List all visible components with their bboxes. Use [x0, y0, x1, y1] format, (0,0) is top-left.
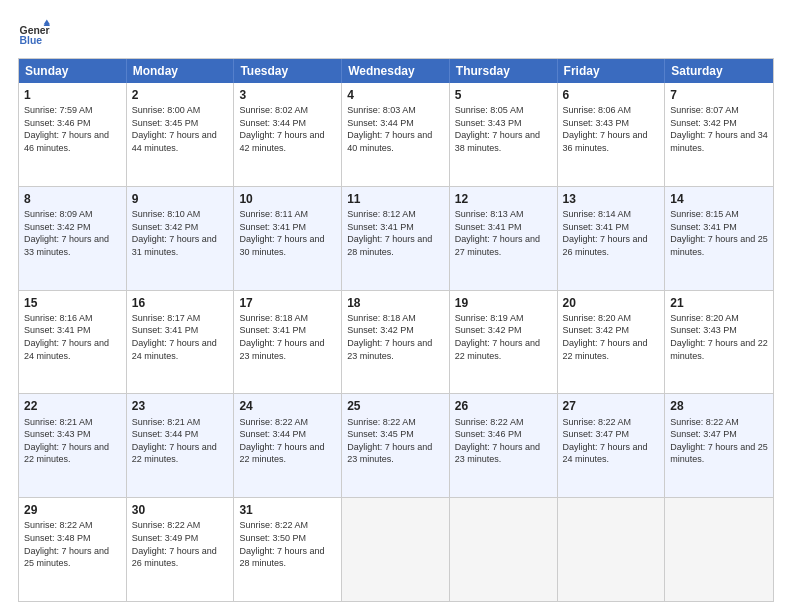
day-number: 19	[455, 295, 552, 311]
day-info: Sunrise: 8:11 AMSunset: 3:41 PMDaylight:…	[239, 208, 336, 258]
day-info: Sunrise: 8:21 AMSunset: 3:43 PMDaylight:…	[24, 416, 121, 466]
day-info: Sunrise: 8:22 AMSunset: 3:44 PMDaylight:…	[239, 416, 336, 466]
day-info: Sunrise: 8:13 AMSunset: 3:41 PMDaylight:…	[455, 208, 552, 258]
calendar-day-11: 11Sunrise: 8:12 AMSunset: 3:41 PMDayligh…	[342, 187, 450, 290]
calendar-day-27: 27Sunrise: 8:22 AMSunset: 3:47 PMDayligh…	[558, 394, 666, 497]
calendar-day-12: 12Sunrise: 8:13 AMSunset: 3:41 PMDayligh…	[450, 187, 558, 290]
header-day-monday: Monday	[127, 59, 235, 83]
logo: General Blue	[18, 18, 50, 50]
calendar-week-4: 22Sunrise: 8:21 AMSunset: 3:43 PMDayligh…	[19, 393, 773, 497]
day-number: 20	[563, 295, 660, 311]
day-info: Sunrise: 8:22 AMSunset: 3:47 PMDaylight:…	[563, 416, 660, 466]
calendar-day-10: 10Sunrise: 8:11 AMSunset: 3:41 PMDayligh…	[234, 187, 342, 290]
day-info: Sunrise: 8:22 AMSunset: 3:45 PMDaylight:…	[347, 416, 444, 466]
day-number: 12	[455, 191, 552, 207]
calendar-body: 1Sunrise: 7:59 AMSunset: 3:46 PMDaylight…	[19, 83, 773, 601]
day-number: 1	[24, 87, 121, 103]
day-number: 7	[670, 87, 768, 103]
day-info: Sunrise: 8:21 AMSunset: 3:44 PMDaylight:…	[132, 416, 229, 466]
svg-text:Blue: Blue	[20, 35, 43, 46]
calendar-header: SundayMondayTuesdayWednesdayThursdayFrid…	[19, 59, 773, 83]
calendar-day-26: 26Sunrise: 8:22 AMSunset: 3:46 PMDayligh…	[450, 394, 558, 497]
calendar-empty-cell	[342, 498, 450, 601]
calendar-empty-cell	[665, 498, 773, 601]
calendar-week-3: 15Sunrise: 8:16 AMSunset: 3:41 PMDayligh…	[19, 290, 773, 394]
day-info: Sunrise: 8:09 AMSunset: 3:42 PMDaylight:…	[24, 208, 121, 258]
calendar-week-5: 29Sunrise: 8:22 AMSunset: 3:48 PMDayligh…	[19, 497, 773, 601]
day-number: 18	[347, 295, 444, 311]
svg-text:General: General	[20, 25, 50, 36]
calendar-day-24: 24Sunrise: 8:22 AMSunset: 3:44 PMDayligh…	[234, 394, 342, 497]
day-info: Sunrise: 8:17 AMSunset: 3:41 PMDaylight:…	[132, 312, 229, 362]
calendar-day-19: 19Sunrise: 8:19 AMSunset: 3:42 PMDayligh…	[450, 291, 558, 394]
day-info: Sunrise: 8:10 AMSunset: 3:42 PMDaylight:…	[132, 208, 229, 258]
day-info: Sunrise: 8:15 AMSunset: 3:41 PMDaylight:…	[670, 208, 768, 258]
day-number: 31	[239, 502, 336, 518]
calendar-day-16: 16Sunrise: 8:17 AMSunset: 3:41 PMDayligh…	[127, 291, 235, 394]
day-info: Sunrise: 8:00 AMSunset: 3:45 PMDaylight:…	[132, 104, 229, 154]
day-number: 23	[132, 398, 229, 414]
calendar-day-17: 17Sunrise: 8:18 AMSunset: 3:41 PMDayligh…	[234, 291, 342, 394]
header-day-thursday: Thursday	[450, 59, 558, 83]
day-info: Sunrise: 8:19 AMSunset: 3:42 PMDaylight:…	[455, 312, 552, 362]
calendar-day-15: 15Sunrise: 8:16 AMSunset: 3:41 PMDayligh…	[19, 291, 127, 394]
calendar-day-28: 28Sunrise: 8:22 AMSunset: 3:47 PMDayligh…	[665, 394, 773, 497]
calendar-week-1: 1Sunrise: 7:59 AMSunset: 3:46 PMDaylight…	[19, 83, 773, 186]
day-number: 10	[239, 191, 336, 207]
calendar-day-6: 6Sunrise: 8:06 AMSunset: 3:43 PMDaylight…	[558, 83, 666, 186]
day-number: 6	[563, 87, 660, 103]
calendar-day-5: 5Sunrise: 8:05 AMSunset: 3:43 PMDaylight…	[450, 83, 558, 186]
calendar-day-31: 31Sunrise: 8:22 AMSunset: 3:50 PMDayligh…	[234, 498, 342, 601]
calendar-day-9: 9Sunrise: 8:10 AMSunset: 3:42 PMDaylight…	[127, 187, 235, 290]
day-number: 27	[563, 398, 660, 414]
calendar-day-22: 22Sunrise: 8:21 AMSunset: 3:43 PMDayligh…	[19, 394, 127, 497]
day-number: 4	[347, 87, 444, 103]
page: General Blue SundayMondayTuesdayWednesda…	[0, 0, 792, 612]
day-info: Sunrise: 8:12 AMSunset: 3:41 PMDaylight:…	[347, 208, 444, 258]
calendar-day-8: 8Sunrise: 8:09 AMSunset: 3:42 PMDaylight…	[19, 187, 127, 290]
calendar-day-23: 23Sunrise: 8:21 AMSunset: 3:44 PMDayligh…	[127, 394, 235, 497]
day-number: 2	[132, 87, 229, 103]
day-info: Sunrise: 8:16 AMSunset: 3:41 PMDaylight:…	[24, 312, 121, 362]
day-number: 9	[132, 191, 229, 207]
day-info: Sunrise: 8:22 AMSunset: 3:46 PMDaylight:…	[455, 416, 552, 466]
calendar-day-3: 3Sunrise: 8:02 AMSunset: 3:44 PMDaylight…	[234, 83, 342, 186]
header-day-tuesday: Tuesday	[234, 59, 342, 83]
calendar-day-21: 21Sunrise: 8:20 AMSunset: 3:43 PMDayligh…	[665, 291, 773, 394]
day-number: 28	[670, 398, 768, 414]
day-number: 26	[455, 398, 552, 414]
day-info: Sunrise: 8:22 AMSunset: 3:50 PMDaylight:…	[239, 519, 336, 569]
day-info: Sunrise: 8:20 AMSunset: 3:43 PMDaylight:…	[670, 312, 768, 362]
day-number: 5	[455, 87, 552, 103]
calendar: SundayMondayTuesdayWednesdayThursdayFrid…	[18, 58, 774, 602]
day-info: Sunrise: 8:22 AMSunset: 3:48 PMDaylight:…	[24, 519, 121, 569]
day-info: Sunrise: 8:03 AMSunset: 3:44 PMDaylight:…	[347, 104, 444, 154]
day-number: 17	[239, 295, 336, 311]
header-day-saturday: Saturday	[665, 59, 773, 83]
day-number: 3	[239, 87, 336, 103]
day-number: 13	[563, 191, 660, 207]
day-info: Sunrise: 8:20 AMSunset: 3:42 PMDaylight:…	[563, 312, 660, 362]
day-info: Sunrise: 8:22 AMSunset: 3:47 PMDaylight:…	[670, 416, 768, 466]
page-header: General Blue	[18, 18, 774, 50]
header-day-friday: Friday	[558, 59, 666, 83]
day-number: 14	[670, 191, 768, 207]
calendar-day-4: 4Sunrise: 8:03 AMSunset: 3:44 PMDaylight…	[342, 83, 450, 186]
day-info: Sunrise: 8:18 AMSunset: 3:41 PMDaylight:…	[239, 312, 336, 362]
day-info: Sunrise: 7:59 AMSunset: 3:46 PMDaylight:…	[24, 104, 121, 154]
day-number: 25	[347, 398, 444, 414]
header-day-wednesday: Wednesday	[342, 59, 450, 83]
calendar-week-2: 8Sunrise: 8:09 AMSunset: 3:42 PMDaylight…	[19, 186, 773, 290]
calendar-day-14: 14Sunrise: 8:15 AMSunset: 3:41 PMDayligh…	[665, 187, 773, 290]
day-info: Sunrise: 8:05 AMSunset: 3:43 PMDaylight:…	[455, 104, 552, 154]
day-info: Sunrise: 8:14 AMSunset: 3:41 PMDaylight:…	[563, 208, 660, 258]
day-number: 21	[670, 295, 768, 311]
calendar-day-13: 13Sunrise: 8:14 AMSunset: 3:41 PMDayligh…	[558, 187, 666, 290]
calendar-day-7: 7Sunrise: 8:07 AMSunset: 3:42 PMDaylight…	[665, 83, 773, 186]
calendar-empty-cell	[450, 498, 558, 601]
calendar-day-25: 25Sunrise: 8:22 AMSunset: 3:45 PMDayligh…	[342, 394, 450, 497]
header-day-sunday: Sunday	[19, 59, 127, 83]
day-number: 22	[24, 398, 121, 414]
day-info: Sunrise: 8:18 AMSunset: 3:42 PMDaylight:…	[347, 312, 444, 362]
day-number: 8	[24, 191, 121, 207]
